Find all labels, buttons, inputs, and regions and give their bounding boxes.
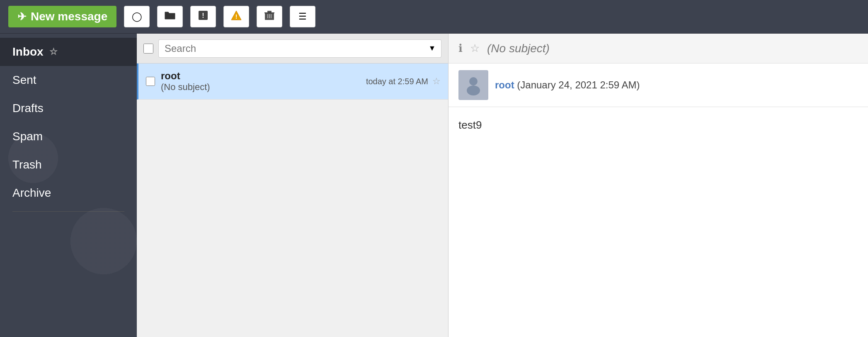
dropdown-arrow-icon: ▼ xyxy=(429,44,436,53)
sender-avatar xyxy=(458,70,488,100)
toolbar: ✈ New message ◯ ! ! xyxy=(0,0,868,34)
warning-icon: ! xyxy=(230,10,242,23)
sidebar-item-spam[interactable]: Spam xyxy=(0,122,137,151)
svg-point-10 xyxy=(469,77,478,85)
spam-label: Spam xyxy=(12,130,43,143)
new-message-button[interactable]: ✈ New message xyxy=(8,6,116,27)
avatar-icon xyxy=(463,75,484,95)
sent-label: Sent xyxy=(12,73,36,87)
email-detail-panel: ℹ ☆ (No subject) root (January 24, 2021 … xyxy=(449,34,868,337)
email-detail-header: ℹ ☆ (No subject) xyxy=(449,34,868,63)
new-message-label: New message xyxy=(31,10,107,23)
detail-info-icon[interactable]: ℹ xyxy=(458,42,463,55)
main-area: Inbox ☆ Sent Drafts Spam Trash Archive ▼ xyxy=(0,34,868,337)
email-sender: root xyxy=(161,70,366,82)
trash-label: Trash xyxy=(12,158,42,171)
inbox-label: Inbox xyxy=(12,45,44,59)
sender-date: (January 24, 2021 2:59 AM) xyxy=(517,79,640,90)
email-list-panel: ▼ root (No subject) today at 2:59 AM ☆ xyxy=(137,34,449,337)
sidebar-divider xyxy=(12,211,124,212)
detail-subject: (No subject) xyxy=(487,42,550,55)
refresh-button[interactable]: ◯ xyxy=(124,6,150,27)
email-list-header: ▼ xyxy=(137,34,448,63)
sidebar-item-drafts[interactable]: Drafts xyxy=(0,94,137,122)
email-item[interactable]: root (No subject) today at 2:59 AM ☆ xyxy=(137,63,448,100)
svg-rect-5 xyxy=(267,11,272,12)
upload-button[interactable]: ! xyxy=(190,6,216,27)
sidebar-item-sent[interactable]: Sent xyxy=(0,66,137,94)
select-all-checkbox[interactable] xyxy=(143,44,153,54)
sidebar: Inbox ☆ Sent Drafts Spam Trash Archive xyxy=(0,34,137,337)
sidebar-item-inbox[interactable]: Inbox ☆ xyxy=(0,38,137,66)
email-list: root (No subject) today at 2:59 AM ☆ xyxy=(137,63,448,337)
drafts-label: Drafts xyxy=(12,102,44,115)
svg-text:!: ! xyxy=(235,13,238,20)
svg-text:!: ! xyxy=(202,12,204,19)
inbox-star-icon[interactable]: ☆ xyxy=(49,46,58,57)
svg-rect-7 xyxy=(267,14,268,18)
send-icon: ✈ xyxy=(17,10,27,23)
email-subject: (No subject) xyxy=(161,82,366,93)
sender-name-link[interactable]: root xyxy=(495,79,514,90)
email-time: today at 2:59 AM xyxy=(366,77,428,86)
search-dropdown-button[interactable]: ▼ xyxy=(423,39,441,58)
email-checkbox[interactable] xyxy=(146,77,155,86)
folder-icon xyxy=(164,11,176,22)
search-container: ▼ xyxy=(158,39,441,58)
email-body: test9 xyxy=(449,107,868,337)
search-input[interactable] xyxy=(158,39,423,58)
sidebar-item-archive[interactable]: Archive xyxy=(0,179,137,207)
menu-icon: ☰ xyxy=(298,11,307,22)
archive-label: Archive xyxy=(12,186,51,200)
folder-button[interactable] xyxy=(157,6,183,27)
detail-star-icon[interactable]: ☆ xyxy=(470,42,480,55)
warning-button[interactable]: ! xyxy=(223,6,249,27)
email-star-icon[interactable]: ☆ xyxy=(432,76,441,87)
refresh-icon: ◯ xyxy=(132,11,142,22)
svg-point-11 xyxy=(467,85,480,95)
upload-icon: ! xyxy=(198,10,209,23)
menu-button[interactable]: ☰ xyxy=(290,6,315,27)
email-detail-from: root (January 24, 2021 2:59 AM) xyxy=(449,63,868,107)
sidebar-item-trash[interactable]: Trash xyxy=(0,151,137,179)
email-body-text: test9 xyxy=(458,119,482,131)
trash-icon xyxy=(264,10,274,23)
email-item-meta: today at 2:59 AM ☆ xyxy=(366,76,441,87)
sender-info: root (January 24, 2021 2:59 AM) xyxy=(495,79,640,91)
svg-rect-9 xyxy=(271,14,272,18)
trash-button[interactable] xyxy=(257,6,282,27)
svg-rect-6 xyxy=(264,12,274,13)
svg-rect-8 xyxy=(269,14,270,18)
email-item-content: root (No subject) xyxy=(161,70,366,93)
